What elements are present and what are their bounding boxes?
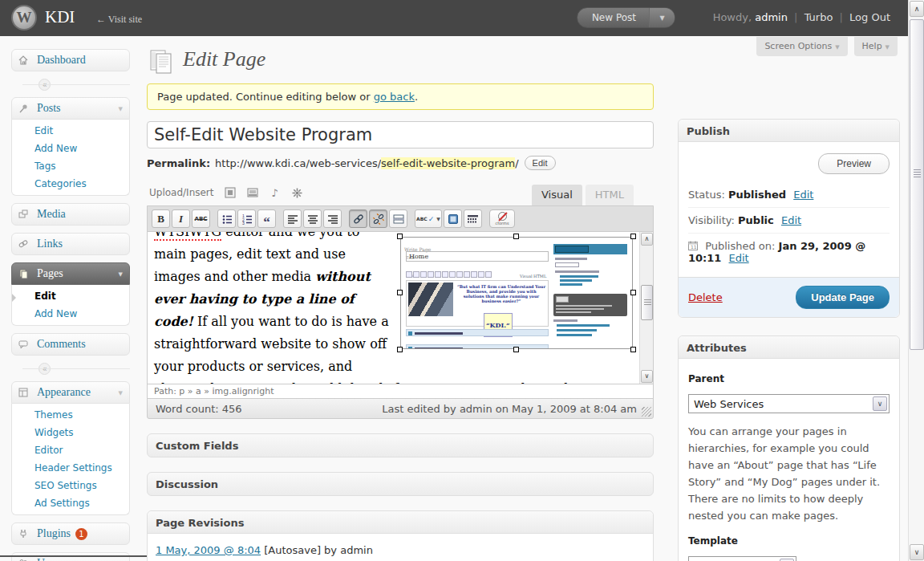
preview-button[interactable]: Preview: [818, 153, 890, 174]
sidebar-subitem-ad-settings[interactable]: Ad Settings: [12, 494, 129, 512]
parent-label: Parent: [688, 373, 890, 384]
sidebar-item-label: Users: [37, 557, 63, 561]
sidebar-item-links[interactable]: Links: [11, 233, 130, 255]
sidebar-item-plugins[interactable]: Plugins 1: [11, 522, 130, 545]
editor-scrollbar-thumb[interactable]: [641, 285, 653, 320]
add-media-icon[interactable]: [291, 186, 304, 199]
custom-fields-header[interactable]: Custom Fields: [148, 434, 653, 457]
sidebar-subitem-categories[interactable]: Categories: [12, 175, 129, 193]
browser-scrollbar[interactable]: ∧ ∨: [908, 0, 924, 561]
strikethrough-button[interactable]: ABC: [192, 209, 210, 228]
scroll-down-arrow[interactable]: ∨: [910, 544, 924, 560]
template-select[interactable]: Default Template ∨: [688, 556, 796, 561]
publish-header[interactable]: Publish: [679, 120, 899, 142]
add-video-icon[interactable]: [246, 186, 259, 199]
bold-button[interactable]: B: [152, 209, 170, 228]
sidebar-subitem-themes[interactable]: Themes: [12, 406, 129, 424]
link-button[interactable]: [349, 209, 367, 228]
editor-resize-grip[interactable]: [642, 407, 651, 417]
edit-status-link[interactable]: Edit: [793, 189, 813, 201]
post-title-input[interactable]: [147, 121, 654, 148]
bullet-list-button[interactable]: [217, 209, 236, 228]
scroll-up-arrow[interactable]: ∧: [910, 1, 924, 17]
sidebar-subitem-edit[interactable]: Edit: [12, 122, 129, 140]
resize-handle-ne[interactable]: [630, 234, 636, 239]
align-center-button[interactable]: [303, 209, 322, 228]
edit-published-date-link[interactable]: Edit: [729, 252, 749, 264]
sidebar-item-posts[interactable]: Posts ▼: [11, 97, 130, 120]
blockquote-button[interactable]: “: [257, 209, 276, 228]
wysiwyg-editor: B I ABC 123 “: [147, 205, 654, 419]
chevron-down-icon[interactable]: ▼: [119, 106, 123, 112]
more-tag-button[interactable]: [389, 209, 407, 228]
resize-handle-w[interactable]: [397, 290, 403, 295]
go-back-link[interactable]: go back: [374, 91, 415, 103]
template-label: Template: [688, 535, 890, 547]
posts-icon: [18, 103, 32, 114]
editor-scroll-down-arrow[interactable]: ∨: [641, 370, 653, 383]
editor-scroll-up-arrow[interactable]: ∧: [641, 233, 653, 246]
editor-scrollbar[interactable]: ∧ ∨: [639, 232, 653, 384]
sidebar-subitem-header-settings[interactable]: Header Settings: [12, 459, 129, 477]
sidebar-subitem-tags[interactable]: Tags: [12, 157, 129, 175]
delete-link[interactable]: Delete: [688, 291, 723, 303]
chevron-down-icon[interactable]: ▼: [119, 271, 123, 278]
edit-visibility-link[interactable]: Edit: [781, 214, 801, 226]
sidebar-item-appearance[interactable]: Appearance ▼: [11, 381, 130, 404]
sidebar-subitem-widgets[interactable]: Widgets: [12, 424, 129, 441]
resize-handle-s[interactable]: [513, 347, 519, 352]
sidebar-separator: «: [11, 363, 130, 374]
editor-content[interactable]: Write Page Title Home Page Visual HTML “…: [148, 232, 639, 384]
page-revisions-header[interactable]: Page Revisions: [148, 511, 653, 534]
attributes-header[interactable]: Attributes: [679, 336, 899, 359]
resize-handle-n[interactable]: [513, 234, 519, 239]
resize-handle-se[interactable]: [630, 347, 636, 352]
resize-handle-sw[interactable]: [397, 347, 403, 352]
sidebar-item-comments[interactable]: Comments: [11, 333, 130, 356]
resize-handle-e[interactable]: [630, 290, 636, 295]
sidebar-subitem-add-new[interactable]: Add New: [12, 140, 129, 157]
sidebar-subitem-seo-settings[interactable]: SEO Settings: [12, 477, 129, 494]
sidebar-item-dashboard[interactable]: Dashboard: [11, 49, 130, 71]
discussion-header[interactable]: Discussion: [148, 473, 653, 495]
chevron-down-icon[interactable]: ▼: [119, 390, 123, 396]
turbo-link[interactable]: Turbo: [804, 11, 833, 23]
update-page-button[interactable]: Update Page: [796, 286, 890, 309]
tab-html[interactable]: HTML: [586, 185, 634, 205]
new-post-dropdown-icon[interactable]: ▼: [649, 8, 675, 27]
logout-link[interactable]: Log Out: [849, 11, 890, 23]
kitchen-sink-button[interactable]: [464, 209, 482, 228]
spellcheck-button[interactable]: ABC✓▼: [415, 209, 442, 228]
tab-visual[interactable]: Visual: [532, 185, 582, 205]
help-button[interactable]: Help▼: [854, 37, 898, 56]
sidebar-item-label: Comments: [37, 338, 86, 351]
new-post-label: New Post: [578, 8, 649, 27]
new-post-button[interactable]: New Post ▼: [577, 7, 675, 28]
italic-button[interactable]: I: [172, 209, 190, 228]
screen-options-label: Screen Options: [764, 41, 832, 51]
selected-image[interactable]: Write Page Title Home Page Visual HTML “…: [400, 237, 633, 349]
unlink-button[interactable]: [369, 209, 387, 228]
sidebar-subitem-add-new[interactable]: Add New: [12, 305, 129, 323]
user-profile-link[interactable]: admin: [755, 11, 788, 23]
align-right-button[interactable]: [323, 209, 342, 228]
sidebar-item-pages[interactable]: Pages ▼: [11, 262, 130, 285]
numbered-list-button[interactable]: 123: [237, 209, 256, 228]
align-left-button[interactable]: [283, 209, 302, 228]
edit-permalink-button[interactable]: Edit: [525, 156, 556, 170]
parent-select[interactable]: Web Services ∨: [688, 394, 890, 413]
sidebar-subitem-edit-current[interactable]: Edit: [12, 287, 129, 305]
visit-site-link[interactable]: ← Visit site: [96, 14, 142, 26]
cforms-button[interactable]: cforms: [489, 209, 515, 228]
fullscreen-button[interactable]: [444, 209, 462, 228]
site-name-link[interactable]: KDI: [45, 7, 75, 27]
screen-options-button[interactable]: Screen Options▼: [756, 37, 847, 56]
scrollbar-thumb[interactable]: [910, 19, 924, 350]
sidebar-subitem-editor[interactable]: Editor: [12, 441, 129, 459]
add-image-icon[interactable]: [224, 186, 237, 199]
editor-canvas[interactable]: Write Page Title Home Page Visual HTML “…: [148, 231, 653, 384]
revision-link[interactable]: 1 May, 2009 @ 8:04: [156, 544, 261, 556]
add-audio-icon[interactable]: ♪: [269, 186, 282, 199]
resize-handle-nw[interactable]: [397, 234, 403, 239]
sidebar-item-media[interactable]: Media: [11, 203, 130, 226]
